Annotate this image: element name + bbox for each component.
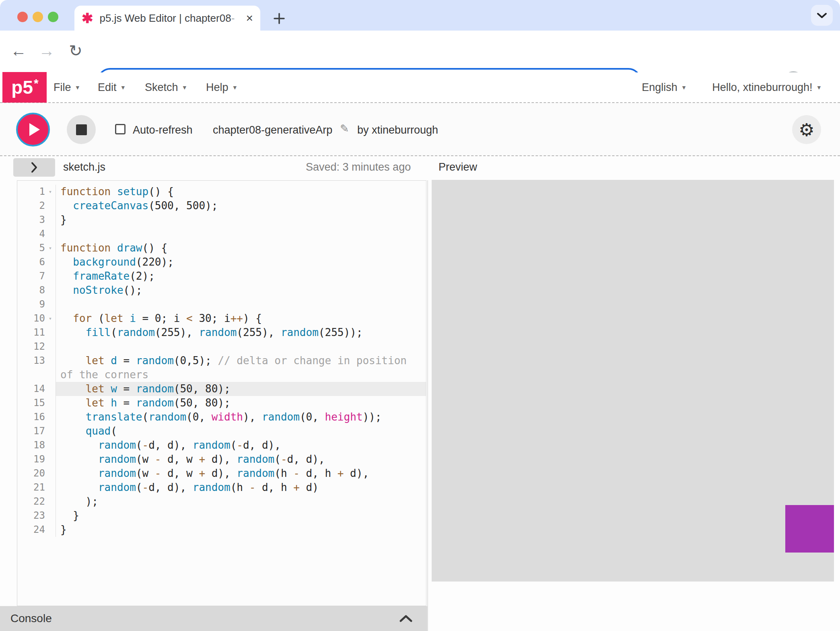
code-line[interactable]: 16 translate(random(0, width), random(0,…: [17, 410, 426, 424]
p5-logo[interactable]: p5*: [2, 72, 47, 103]
tab-close-icon[interactable]: ×: [246, 12, 253, 24]
tab-search-button[interactable]: [811, 5, 833, 26]
menu-edit[interactable]: Edit▾: [98, 72, 125, 102]
fold-arrow-icon: ▾: [45, 241, 56, 255]
line-gutter: 24: [17, 523, 56, 537]
sidebar-expand-button[interactable]: [13, 158, 55, 177]
file-header: sketch.js Saved: 3 minutes ago Preview: [0, 156, 840, 180]
line-gutter: 11: [17, 326, 56, 340]
preview-label: Preview: [439, 161, 477, 173]
browser-tab[interactable]: ✱ p5.js Web Editor | chapter08- ×: [74, 6, 260, 31]
play-button[interactable]: [16, 113, 50, 146]
browser-toolbar: ← → ↻ editor.p5js.org/xtineburrough/sket…: [0, 31, 840, 72]
code-line[interactable]: 13 let d = random(0,5); // delta or chan…: [17, 354, 426, 368]
code-line[interactable]: 5▾function draw() {: [17, 241, 426, 255]
stop-icon: [76, 124, 87, 135]
line-gutter: 8: [17, 283, 56, 297]
line-gutter: 23: [17, 509, 56, 523]
fold-arrow-icon: ▾: [45, 185, 56, 199]
line-gutter: 6: [17, 255, 56, 269]
generated-quad: [785, 505, 834, 553]
code-line[interactable]: 10▾ for (let i = 0; i < 30; i++) {: [17, 311, 426, 326]
chevron-down-icon: ▾: [183, 83, 187, 92]
line-gutter: 7: [17, 269, 56, 283]
chevron-down-icon: ▾: [76, 83, 80, 92]
language-selector[interactable]: English▾: [642, 81, 686, 94]
line-gutter: 22: [17, 495, 56, 509]
back-button[interactable]: ←: [7, 39, 30, 62]
macos-close-button[interactable]: [17, 12, 28, 22]
code-line[interactable]: 15 let h = random(50, 80);: [17, 396, 426, 410]
code-line[interactable]: 12: [17, 340, 426, 354]
fold-arrow-icon: ▾: [45, 311, 56, 326]
sketch-canvas: [432, 180, 834, 582]
code-line[interactable]: 14 let w = random(50, 80);: [17, 382, 426, 396]
line-gutter: 14: [17, 382, 56, 396]
line-gutter: 2: [17, 199, 56, 213]
code-line[interactable]: 17 quad(: [17, 424, 426, 438]
reload-button[interactable]: ↻: [64, 39, 87, 62]
menu-file[interactable]: File▾: [54, 72, 79, 102]
browser-window: ✱ p5.js Web Editor | chapter08- × ← → ↻ …: [0, 0, 840, 631]
sketch-author: by xtineburrough: [357, 124, 438, 136]
macos-zoom-button[interactable]: [48, 12, 58, 22]
code-line[interactable]: 6 background(220);: [17, 255, 426, 269]
code-line[interactable]: 9: [17, 297, 426, 311]
new-tab-button[interactable]: [270, 10, 288, 27]
line-gutter: 19: [17, 452, 56, 466]
chevron-down-icon: ▾: [817, 83, 821, 92]
line-gutter: 18: [17, 438, 56, 452]
line-gutter: 5▾: [17, 241, 56, 255]
code-line[interactable]: 24}: [17, 523, 426, 537]
console-bar[interactable]: Console: [0, 606, 427, 631]
saved-status: Saved: 3 minutes ago: [306, 161, 411, 173]
line-gutter: 16: [17, 410, 56, 424]
chevron-up-icon[interactable]: [399, 615, 413, 623]
code-line[interactable]: 7 frameRate(2);: [17, 269, 426, 283]
stop-button[interactable]: [67, 115, 96, 144]
chevron-down-icon: ▾: [121, 83, 125, 92]
line-gutter: 15: [17, 396, 56, 410]
settings-gear-button[interactable]: ⚙: [792, 115, 821, 144]
code-line[interactable]: 21 random(-d, d), random(h - d, h + d): [17, 480, 426, 495]
code-line[interactable]: 23 }: [17, 509, 426, 523]
code-lines[interactable]: 1▾function setup() {2 createCanvas(500, …: [17, 185, 426, 537]
edit-name-pencil-icon[interactable]: ✎: [340, 122, 349, 135]
file-tab-sketch-js[interactable]: sketch.js: [63, 161, 105, 173]
code-line[interactable]: 19 random(w - d, w + d), random(-d, d),: [17, 452, 426, 466]
code-line[interactable]: 18 random(-d, d), random(-d, d),: [17, 438, 426, 452]
chevron-down-icon: ▾: [233, 83, 237, 92]
panel-divider[interactable]: [427, 180, 428, 631]
code-line[interactable]: 2 createCanvas(500, 500);: [17, 199, 426, 213]
line-gutter: [17, 368, 56, 382]
sketch-name[interactable]: chapter08-generativeArp: [213, 124, 332, 136]
p5-favicon-icon: ✱: [82, 11, 93, 25]
line-gutter: 20: [17, 466, 56, 480]
chevron-down-icon: ▾: [682, 83, 686, 92]
line-gutter: 10▾: [17, 311, 56, 326]
menu-sketch[interactable]: Sketch▾: [145, 72, 186, 102]
code-line[interactable]: 8 noStroke();: [17, 283, 426, 297]
line-gutter: 4: [17, 227, 56, 241]
account-menu[interactable]: Hello, xtineburrough!▾: [712, 81, 821, 94]
line-gutter: 1▾: [17, 185, 56, 199]
auto-refresh-checkbox[interactable]: [115, 124, 126, 134]
line-gutter: 9: [17, 297, 56, 311]
code-line[interactable]: 20 random(w - d, w + d), random(h - d, h…: [17, 466, 426, 480]
code-line[interactable]: 22 );: [17, 495, 426, 509]
code-line[interactable]: 1▾function setup() {: [17, 185, 426, 199]
code-line[interactable]: 4: [17, 227, 426, 241]
line-gutter: 13: [17, 354, 56, 368]
code-line[interactable]: of the corners: [17, 368, 426, 382]
code-editor[interactable]: 1▾function setup() {2 createCanvas(500, …: [17, 180, 426, 606]
code-line[interactable]: 11 fill(random(255), random(255), random…: [17, 326, 426, 340]
macos-minimize-button[interactable]: [33, 12, 43, 22]
line-gutter: 21: [17, 480, 56, 495]
forward-button[interactable]: →: [35, 39, 58, 62]
browser-tab-strip: ✱ p5.js Web Editor | chapter08- ×: [0, 0, 840, 31]
tab-title: p5.js Web Editor | chapter08-: [100, 12, 235, 25]
menu-help[interactable]: Help▾: [206, 72, 237, 102]
play-icon: [29, 123, 40, 136]
code-line[interactable]: 3}: [17, 213, 426, 227]
line-gutter: 17: [17, 424, 56, 438]
